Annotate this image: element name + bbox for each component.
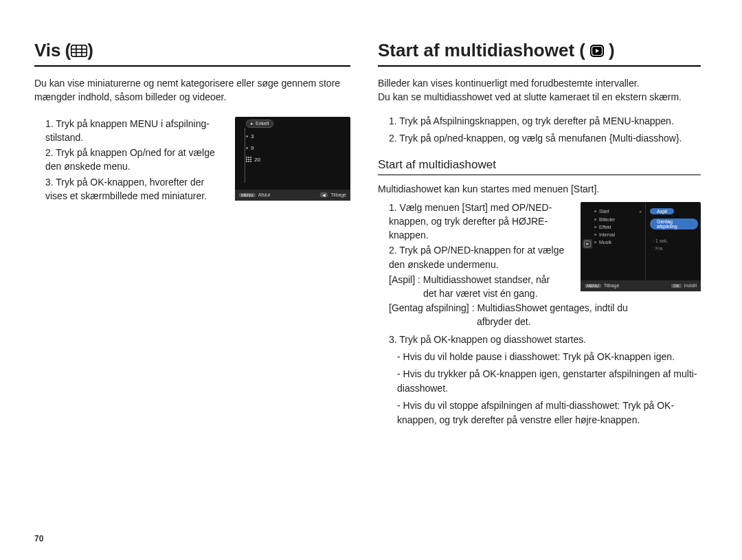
heading-text: Start af multidiashowet ( [378, 40, 585, 61]
intro-line-2: Du kan se multidiasshowet ved at slutte … [378, 90, 701, 104]
slideshow-side-icon [583, 239, 592, 249]
sub-step-1: 1. Vælg menuen [Start] med OP/NED-knappe… [378, 201, 571, 243]
heading-rule [378, 65, 701, 67]
menu-interval: Interval [594, 232, 642, 237]
sub-steps-a: 1. Vælg menuen [Start] med OP/NED-knappe… [378, 201, 571, 301]
screen-bottom-bar: MENU Tilbage OK Indstil [581, 280, 701, 291]
subheading-rule [378, 175, 701, 175]
def-gentag-val2: afbryder det. [389, 315, 701, 328]
svg-marker-9 [587, 243, 589, 245]
ok-chip: OK [671, 284, 682, 288]
note-stop: - Hvis du vil stoppe afspilningen af mul… [378, 399, 701, 427]
sub-step-2: 2. Tryk på OP/NED-knappen for at vælge d… [378, 243, 571, 271]
intro-line-1: Billeder kan vises kontinuerligt med for… [378, 76, 701, 90]
steps-with-screen: 1. Tryk på knappen MENU i afspilning-sti… [34, 117, 350, 205]
def-gentag: [Gentag afspilning] : MultidiasShowet ge… [378, 301, 701, 329]
def-aspil-val2: det har været vist én gang. [389, 287, 571, 300]
heading-slideshow: Start af multidiashowet ( ) [378, 40, 701, 61]
steps-list: 1. Tryk på knappen MENU i afspilning-sti… [34, 117, 225, 205]
row-val: 3 [251, 133, 254, 139]
pill-aspil: Aspil [650, 208, 674, 214]
screen-bottom-bar: MENU Afslut ◀ Tilbage [235, 190, 350, 201]
right-column: Start af multidiashowet ( ) Billeder kan… [378, 40, 701, 430]
pill-gentag: Gentag afspilning [650, 219, 698, 229]
screen-label-enkelt: ▸ Enkelt [246, 120, 273, 128]
sub-intro: Multidiashowet kan kun startes med menue… [378, 182, 701, 197]
menu-billeder: Billeder [594, 217, 642, 222]
left-column: Vis ( ) Du kan vise miniaturerne og nemt… [34, 40, 350, 430]
heading-text: Vis [34, 40, 61, 61]
row-val: 9 [251, 145, 254, 151]
photo-icon: ▸ [251, 121, 254, 126]
top-step-1: 1. Tryk på Afspilningsknappen, og tryk d… [378, 114, 701, 128]
row-20: 20 [246, 157, 346, 163]
top-step-2: 2. Tryk på op/ned-knappen, og vælg så me… [378, 131, 701, 146]
menu-effekt: Effekt [594, 225, 642, 229]
tilbage-label: Tilbage [330, 192, 346, 197]
intro-block: Billeder kan vises kontinuerligt med for… [378, 76, 701, 104]
subheading: Start af multidiashowet [378, 158, 701, 172]
def-aspil-val1: : Multidiasshowet standser, når [418, 273, 550, 287]
intro-text: Du kan vise miniaturerne og nemt kategor… [34, 76, 350, 104]
step-3: 3. Tryk på OK-knappen, hvorefter der vis… [34, 175, 225, 203]
heading-vis: Vis ( ) [34, 40, 350, 61]
def-gentag-val1: : MultidiasShowet gentages, indtil du [472, 301, 628, 315]
heading-rule [34, 65, 350, 67]
sub-step-3: 3. Tryk på OK-knappen og diasshowet star… [378, 333, 701, 347]
note-restart: - Hvis du trykker på OK-knappen igen, ge… [378, 367, 701, 396]
sub-steps-b: 3. Tryk på OK-knappen og diasshowet star… [378, 333, 701, 427]
back-chip: ◀ [320, 192, 328, 197]
heading-close-paren: ) [609, 40, 615, 61]
menu-start: Start▸ [594, 209, 642, 214]
svg-rect-0 [71, 45, 87, 56]
menu-right-col: Aspil Gentag afspilning : 1 sek. : Fra [645, 202, 701, 280]
sub-steps-with-screen: 1. Vælg menuen [Start] med OP/NED-knappe… [378, 201, 701, 301]
thumbnail-grid-icon: ( ) [65, 40, 93, 61]
grid-icon [246, 157, 251, 162]
def-aspil-term: [Aspil] [389, 273, 415, 287]
val-musik: : Fra [653, 246, 698, 251]
page-number: 70 [34, 534, 43, 544]
menu-chip: MENU [585, 284, 601, 288]
step-1: 1. Tryk på knappen MENU i afspilning-sti… [34, 117, 225, 145]
step-2: 2. Tryk på knappen Op/ned for at vælge d… [34, 146, 225, 174]
indstil-label: Indstil [684, 283, 697, 288]
screen-label-text: Enkelt [256, 121, 269, 126]
menu-chip: MENU [239, 193, 256, 197]
tilbage-label: Tilbage [604, 283, 620, 288]
row-3: 3 [246, 133, 346, 139]
def-gentag-term: [Gentag afspilning] [389, 301, 469, 315]
camera-screen-thumbnails: ▸ Enkelt 3 9 20 MENU Afslut ◀ [235, 117, 350, 201]
camera-screen-slideshow-menu: Start▸ Billeder Effekt Interval Musik As… [581, 202, 701, 291]
row-9: 9 [246, 145, 346, 151]
row-val: 20 [254, 157, 260, 163]
afslut-label: Afslut [258, 192, 271, 197]
menu-track [245, 128, 245, 183]
def-aspil: [Aspil] : Multidiasshowet standser, når … [378, 273, 571, 301]
note-pause: - Hvis du vil holde pause i diasshowet: … [378, 350, 701, 364]
slideshow-play-icon [589, 44, 605, 58]
top-steps: 1. Tryk på Afspilningsknappen, og tryk d… [378, 114, 701, 146]
menu-musik: Musik [594, 240, 642, 245]
manual-page: Vis ( ) Du kan vise miniaturerne og nemt… [34, 40, 701, 430]
val-interval: : 1 sek. [653, 238, 698, 243]
